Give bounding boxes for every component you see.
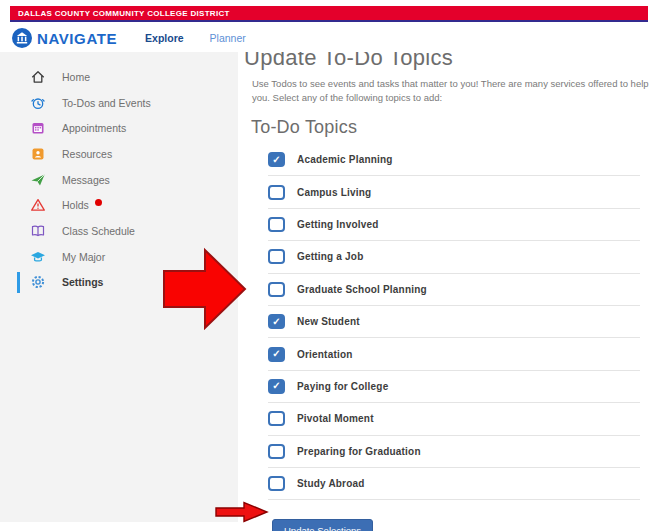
- annotation-arrow-small-icon: [215, 501, 269, 523]
- sidebar-item-todos-and-events[interactable]: To-Dos and Events: [0, 90, 238, 116]
- topic-checkbox[interactable]: ✓: [268, 185, 285, 200]
- gear-icon: [30, 274, 46, 290]
- calendar-icon: [30, 120, 46, 136]
- top-nav: Explore Planner: [145, 32, 246, 44]
- topic-label: Study Abroad: [297, 478, 365, 489]
- topics-list: ✓ Academic Planning ✓ Campus Living ✓ Ge…: [268, 144, 640, 500]
- resources-person-icon: [30, 146, 46, 162]
- navigate-logo-icon: [12, 28, 32, 48]
- sidebar-item-label: Appointments: [62, 122, 126, 134]
- update-selections-button[interactable]: Update Selections: [272, 519, 373, 531]
- sidebar-item-label: Class Schedule: [62, 225, 135, 237]
- topic-checkbox[interactable]: ✓: [268, 444, 285, 459]
- top-header: NAVIGATE Explore Planner: [0, 24, 651, 52]
- topic-checkbox[interactable]: ✓: [268, 314, 285, 329]
- tab-planner[interactable]: Planner: [210, 32, 246, 44]
- sidebar-item-label: Messages: [62, 174, 110, 186]
- topic-checkbox[interactable]: ✓: [268, 476, 285, 491]
- page-title: Update To-Do Topics: [244, 52, 651, 70]
- todos-events-icon: [30, 95, 46, 111]
- topic-row[interactable]: ✓ Paying for College: [268, 371, 640, 403]
- topic-row[interactable]: ✓ Pivotal Moment: [268, 403, 640, 435]
- topic-label: Getting Involved: [297, 219, 379, 230]
- sidebar-item-label: Resources: [62, 148, 112, 160]
- topic-row[interactable]: ✓ New Student: [268, 306, 640, 338]
- topic-row[interactable]: ✓ Academic Planning: [268, 144, 640, 176]
- sidebar-item-resources[interactable]: Resources: [0, 141, 238, 167]
- topic-row[interactable]: ✓ Campus Living: [268, 176, 640, 208]
- home-icon: [30, 69, 46, 85]
- main-content: Update To-Do Topics Use Todos to see eve…: [238, 52, 651, 531]
- checkmark-icon: ✓: [272, 155, 280, 165]
- topic-label: Graduate School Planning: [297, 284, 427, 295]
- topic-row[interactable]: ✓ Getting Involved: [268, 209, 640, 241]
- page-description: Use Todos to see events and tasks that m…: [252, 77, 650, 105]
- topic-row[interactable]: ✓ Orientation: [268, 338, 640, 370]
- sidebar-item-home[interactable]: Home: [0, 64, 238, 90]
- topic-checkbox[interactable]: ✓: [268, 152, 285, 167]
- topic-label: Pivotal Moment: [297, 413, 374, 424]
- sidebar-item-label: To-Dos and Events: [62, 97, 151, 109]
- topic-label: New Student: [297, 316, 360, 327]
- open-book-icon: [30, 223, 46, 239]
- annotation-arrow-big-icon: [162, 246, 248, 332]
- topic-label: Campus Living: [297, 187, 371, 198]
- checkmark-icon: ✓: [272, 317, 280, 327]
- sidebar-item-label: My Major: [62, 251, 105, 263]
- district-banner-text: DALLAS COUNTY COMMUNITY COLLEGE DISTRICT: [18, 9, 230, 18]
- sidebar-item-class-schedule[interactable]: Class Schedule: [0, 218, 238, 244]
- holds-notification-badge: [95, 199, 102, 206]
- navigate-brand[interactable]: NAVIGATE: [12, 28, 117, 48]
- graduation-cap-icon: [30, 249, 46, 265]
- checkmark-icon: ✓: [272, 349, 280, 359]
- sidebar-item-label: Home: [62, 71, 90, 83]
- sidebar-item-messages[interactable]: Messages: [0, 167, 238, 193]
- section-title: To-Do Topics: [251, 117, 651, 138]
- topic-label: Academic Planning: [297, 154, 393, 165]
- topic-row[interactable]: ✓ Study Abroad: [268, 468, 640, 500]
- topic-row[interactable]: ✓ Preparing for Graduation: [268, 436, 640, 468]
- sidebar-item-label: Settings: [62, 276, 103, 288]
- brand-name: NAVIGATE: [37, 30, 117, 47]
- topic-checkbox[interactable]: ✓: [268, 282, 285, 297]
- topic-checkbox[interactable]: ✓: [268, 347, 285, 362]
- topic-label: Paying for College: [297, 381, 388, 392]
- checkmark-icon: ✓: [272, 381, 280, 391]
- tab-explore[interactable]: Explore: [145, 32, 184, 44]
- topic-checkbox[interactable]: ✓: [268, 249, 285, 264]
- topic-checkbox[interactable]: ✓: [268, 411, 285, 426]
- topic-label: Orientation: [297, 349, 353, 360]
- warning-triangle-icon: [30, 197, 46, 213]
- sidebar-item-appointments[interactable]: Appointments: [0, 115, 238, 141]
- topic-row[interactable]: ✓ Getting a Job: [268, 241, 640, 273]
- sidebar-item-label: Holds: [62, 199, 89, 211]
- sidebar-item-holds[interactable]: Holds: [0, 192, 238, 218]
- topic-checkbox[interactable]: ✓: [268, 217, 285, 232]
- topic-row[interactable]: ✓ Graduate School Planning: [268, 274, 640, 306]
- topic-label: Preparing for Graduation: [297, 446, 421, 457]
- paper-plane-icon: [30, 172, 46, 188]
- district-banner: DALLAS COUNTY COMMUNITY COLLEGE DISTRICT: [10, 6, 648, 22]
- topic-checkbox[interactable]: ✓: [268, 379, 285, 394]
- topic-label: Getting a Job: [297, 251, 364, 262]
